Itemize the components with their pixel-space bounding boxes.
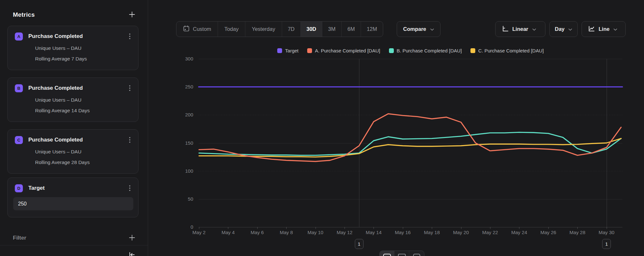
app-root: { "sidebar": { "title": "Metrics", "metr…: [0, 0, 644, 256]
x-axis-label: May 20: [448, 230, 474, 235]
x-axis-label: May 22: [477, 230, 503, 235]
y-axis-label: 250: [174, 84, 193, 90]
table-view-icon: [412, 253, 421, 256]
y-axis-label: 100: [174, 168, 193, 174]
chart-view-button[interactable]: [380, 251, 394, 256]
x-axis-label: May 4: [215, 230, 241, 235]
series-line-2: [199, 132, 621, 155]
chart-plot-area[interactable]: [0, 0, 644, 256]
annotation-badge[interactable]: 1: [602, 239, 611, 249]
x-axis-label: May 10: [303, 230, 328, 235]
x-axis-label: May 14: [361, 230, 386, 235]
series-line-3: [199, 139, 621, 157]
table-view-button[interactable]: [409, 251, 424, 256]
chart-table-view-icon: [398, 253, 406, 256]
y-axis-label: 50: [174, 196, 193, 202]
x-axis-label: May 24: [506, 230, 532, 235]
x-axis-label: May 2: [186, 230, 212, 235]
x-axis-label: May 16: [390, 230, 416, 235]
y-axis-label: 300: [174, 56, 193, 62]
chart-view-icon: [383, 253, 391, 256]
y-axis-label: 0: [174, 224, 193, 230]
x-axis-label: May 28: [564, 230, 590, 235]
annotation-badge[interactable]: 1: [355, 239, 364, 249]
x-axis-label: May 8: [273, 230, 299, 235]
y-axis-label: 150: [174, 140, 193, 146]
x-axis-label: May 6: [244, 230, 270, 235]
x-axis-label: May 18: [419, 230, 445, 235]
y-axis-label: 200: [174, 112, 193, 118]
x-axis-label: May 30: [594, 230, 620, 235]
view-toggle-control: [379, 251, 424, 256]
x-axis-label: May 12: [332, 230, 357, 235]
x-axis-label: May 26: [535, 230, 561, 235]
chart-table-view-button[interactable]: [394, 251, 409, 256]
